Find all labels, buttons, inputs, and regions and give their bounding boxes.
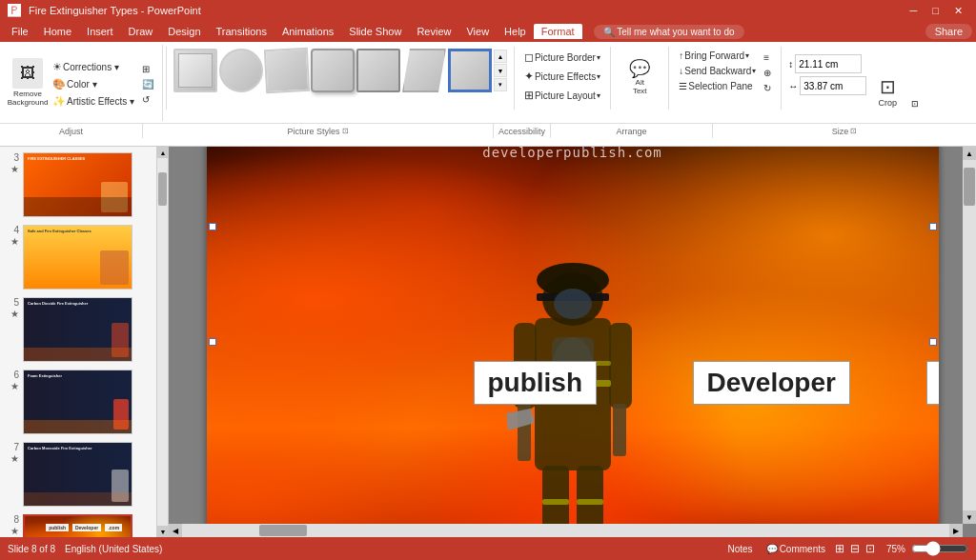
view-reading[interactable]: ⊡	[865, 542, 875, 555]
pic-styles-nav: ▲ ▼ ▾	[494, 50, 507, 91]
slide-canvas[interactable]: developerpublish.com publish Developer .…	[207, 147, 939, 537]
zoom-slider[interactable]	[911, 543, 968, 554]
group-button[interactable]: ⊕	[761, 66, 774, 80]
send-backward-button[interactable]: ↓ Send Backward ▾	[676, 64, 759, 78]
slide-panel-scrollbar[interactable]: ▲ ▼	[157, 147, 169, 537]
ribbon-labels-row: Adjust Picture Styles ⊡ Accessibility Ar…	[0, 123, 976, 138]
artistic-effects-button[interactable]: ✨ Artistic Effects ▾	[50, 93, 137, 110]
pic-style-2[interactable]	[219, 49, 263, 92]
pic-styles-down[interactable]: ▼	[494, 64, 507, 77]
alt-text-button[interactable]: 💬 AltText	[620, 49, 660, 106]
picture-border-button[interactable]: ◻ Picture Border ▾	[521, 49, 603, 66]
picture-layout-button[interactable]: ⊞ Picture Layout ▾	[521, 87, 603, 104]
pic-style-6[interactable]	[402, 49, 446, 92]
share-button[interactable]: Share	[925, 24, 972, 39]
canvas-area: developerpublish.com publish Developer .…	[169, 147, 976, 537]
svg-rect-16	[542, 499, 569, 505]
picture-layout-label: Picture Layout	[535, 90, 596, 101]
arrange-group-label: Arrange	[551, 124, 713, 138]
align-button[interactable]: ≡	[761, 50, 774, 65]
selection-handle-ml[interactable]	[209, 338, 216, 346]
canvas-vscrollbar[interactable]: ▲ ▼	[963, 147, 976, 524]
menu-help[interactable]: Help	[497, 24, 534, 39]
pic-style-7[interactable]	[448, 49, 492, 92]
minimize-button[interactable]: ─	[905, 5, 924, 16]
slide-thumb-8[interactable]: 8 ★ publish Developer .com	[4, 512, 152, 537]
slide-thumb-5[interactable]: 5 ★ Carbon Dioxide Fire Extinguisher	[4, 295, 152, 364]
notes-button[interactable]: Notes	[724, 543, 757, 555]
comments-button[interactable]: 💬 Comments	[762, 543, 829, 555]
canvas-hscrollbar[interactable]: ◀ ▶	[169, 524, 963, 537]
height-input[interactable]	[795, 54, 862, 73]
menu-animations[interactable]: Animations	[274, 24, 341, 39]
scroll-down-btn[interactable]: ▼	[157, 526, 169, 537]
color-button[interactable]: 🎨 Color ▾	[50, 76, 137, 92]
file-name: Fire Extinguisher Types - PowerPoint	[29, 5, 201, 16]
view-sorter[interactable]: ⊟	[850, 542, 860, 555]
slide-thumb-3[interactable]: 3 ★ FIRE EXTINGUISHER CLASSES	[4, 150, 152, 219]
textbox-developer-text: Developer	[707, 368, 836, 397]
menu-view[interactable]: View	[458, 24, 497, 39]
slide-thumb-7[interactable]: 7 ★ Carbon Monoxide Fire Extinguisher	[4, 440, 152, 509]
menu-review[interactable]: Review	[409, 24, 458, 39]
slide-star-4: ★	[10, 236, 19, 247]
zoom-level: 75%	[886, 544, 905, 554]
pic-style-3[interactable]	[264, 48, 310, 93]
textbox-publish[interactable]: publish	[474, 361, 598, 405]
statusbar-left: Slide 8 of 8 English (United States)	[8, 544, 162, 554]
compress-pictures-button[interactable]: ⊞	[139, 62, 156, 76]
canvas-scroll-down[interactable]: ▼	[963, 510, 976, 524]
picture-effects-button[interactable]: ✦ Picture Effects ▾	[521, 68, 603, 85]
menu-slideshow[interactable]: Slide Show	[341, 24, 409, 39]
close-button[interactable]: ✕	[948, 5, 968, 17]
crop-button[interactable]: ⊡ Crop	[870, 52, 905, 123]
textbox-dotcom[interactable]: .com	[926, 361, 939, 405]
pic-style-4[interactable]	[311, 49, 355, 92]
canvas-hthumb[interactable]	[259, 525, 307, 536]
pic-style-5[interactable]	[356, 49, 400, 92]
menu-draw[interactable]: Draw	[121, 24, 161, 39]
titlebar-right: ─ □ ✕	[905, 5, 968, 17]
slide-thumb-4[interactable]: 4 ★ Safe and Fire Extinguisher Classes	[4, 223, 152, 291]
compress-icon: ⊞	[142, 64, 150, 74]
send-backward-label: Send Backward	[684, 66, 751, 76]
color-label: Color ▾	[67, 79, 97, 90]
canvas-scroll-up[interactable]: ▲	[963, 147, 976, 160]
separator-1	[166, 47, 167, 110]
reset-picture-button[interactable]: ↺	[139, 92, 156, 107]
remove-background-button[interactable]: 🖼 RemoveBackground	[8, 54, 48, 111]
bring-forward-button[interactable]: ↑ Bring Forward ▾	[676, 49, 759, 63]
menu-design[interactable]: Design	[160, 24, 208, 39]
menu-insert[interactable]: Insert	[79, 24, 121, 39]
picture-layout-arrow: ▾	[597, 91, 600, 100]
corrections-button[interactable]: ☀ Corrections ▾	[50, 59, 137, 75]
scroll-track	[157, 158, 168, 526]
rotate-button[interactable]: ↻	[761, 81, 774, 95]
pic-styles-more[interactable]: ▾	[494, 78, 507, 91]
slide-thumb-6[interactable]: 6 ★ Foam Extinguisher	[4, 368, 152, 436]
canvas-vthumb[interactable]	[964, 168, 975, 206]
menu-format[interactable]: Format	[534, 24, 582, 39]
scroll-up-btn[interactable]: ▲	[157, 147, 169, 158]
ribbon-expand-size[interactable]: ⊡	[908, 98, 922, 110]
maximize-button[interactable]: □	[926, 5, 945, 16]
menu-file[interactable]: File	[4, 24, 36, 39]
titlebar-left: 🅿 Fire Extinguisher Types - PowerPoint	[8, 3, 201, 18]
svg-rect-11	[613, 404, 626, 456]
width-input[interactable]	[800, 76, 866, 95]
canvas-scroll-left[interactable]: ◀	[169, 524, 182, 537]
scroll-thumb[interactable]	[158, 172, 167, 206]
textbox-developer[interactable]: Developer	[693, 361, 850, 405]
search-box[interactable]: 🔍 Tell me what you want to do	[594, 25, 744, 39]
selection-handle-tl[interactable]	[209, 223, 216, 230]
menu-transitions[interactable]: Transitions	[209, 24, 274, 39]
change-picture-button[interactable]: 🔄	[139, 77, 156, 91]
pic-styles-up[interactable]: ▲	[494, 50, 507, 63]
menu-home[interactable]: Home	[36, 24, 79, 39]
selection-handle-mr[interactable]	[929, 338, 937, 346]
selection-pane-button[interactable]: ☰ Selection Pane	[676, 79, 759, 93]
view-normal[interactable]: ⊞	[835, 542, 844, 555]
pic-style-1[interactable]	[173, 49, 217, 92]
selection-handle-tr[interactable]	[929, 223, 937, 230]
canvas-scroll-right[interactable]: ▶	[949, 524, 963, 537]
